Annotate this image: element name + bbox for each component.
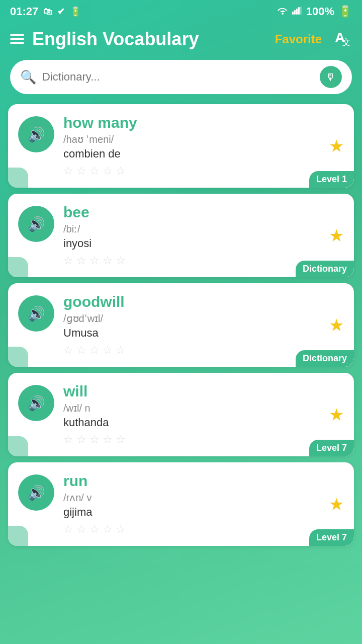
favorite-star[interactable]: ★ xyxy=(329,494,344,514)
word-card: 🔊 bee /biː/ inyosi ☆☆☆☆☆ ★ Dictionary xyxy=(8,194,354,277)
star-3[interactable]: ☆ xyxy=(89,523,100,536)
search-icon: 🔍 xyxy=(20,69,36,85)
star-5[interactable]: ☆ xyxy=(116,523,126,536)
card-content: run /rʌn/ v gijima ☆☆☆☆☆ xyxy=(63,472,320,536)
word-list: 🔊 how many /haʊ ˈmeni/ combien de ☆☆☆☆☆ … xyxy=(0,104,362,556)
star-rating: ☆☆☆☆☆ xyxy=(63,523,320,536)
star-4[interactable]: ☆ xyxy=(103,344,113,357)
search-bar: 🔍 🎙 xyxy=(10,60,352,94)
star-5[interactable]: ☆ xyxy=(116,254,126,267)
star-3[interactable]: ☆ xyxy=(89,433,100,446)
svg-rect-4 xyxy=(300,7,302,15)
status-bar: 01:27 🛍 ✔ 🔋 100% 🔋 xyxy=(0,0,362,23)
hamburger-menu[interactable] xyxy=(10,34,24,44)
star-1[interactable]: ☆ xyxy=(63,523,73,536)
word-phonetic: /rʌn/ v xyxy=(63,492,320,504)
card-accent xyxy=(8,168,28,188)
star-5[interactable]: ☆ xyxy=(116,165,126,178)
app-title: English Vocabulary xyxy=(32,29,267,50)
status-left: 01:27 🛍 ✔ 🔋 xyxy=(10,5,81,18)
favorite-star[interactable]: ★ xyxy=(329,405,344,425)
favorite-star[interactable]: ★ xyxy=(329,315,344,335)
word-card: 🔊 how many /haʊ ˈmeni/ combien de ☆☆☆☆☆ … xyxy=(8,104,354,188)
star-5[interactable]: ☆ xyxy=(116,344,126,357)
star-3[interactable]: ☆ xyxy=(89,344,100,357)
star-4[interactable]: ☆ xyxy=(103,254,113,267)
search-input[interactable] xyxy=(42,70,314,84)
card-accent xyxy=(8,436,28,456)
sound-button[interactable]: 🔊 xyxy=(18,474,54,511)
svg-rect-2 xyxy=(296,9,298,15)
star-2[interactable]: ☆ xyxy=(76,165,86,178)
svg-rect-3 xyxy=(298,7,300,15)
word-translation: kuthanda xyxy=(63,416,320,429)
word-title: bee xyxy=(63,204,320,221)
favorite-button[interactable]: Favorite xyxy=(275,32,322,46)
star-rating: ☆☆☆☆☆ xyxy=(63,344,320,357)
battery-full-icon: 🔋 xyxy=(338,5,352,18)
star-4[interactable]: ☆ xyxy=(103,433,113,446)
sound-button[interactable]: 🔊 xyxy=(18,116,54,152)
card-content: bee /biː/ inyosi ☆☆☆☆☆ xyxy=(63,204,320,267)
svg-text:文: 文 xyxy=(342,37,351,46)
level-badge: Level 1 xyxy=(309,171,354,188)
word-translation: gijima xyxy=(63,506,320,519)
word-phonetic: /biː/ xyxy=(63,223,320,235)
favorite-star[interactable]: ★ xyxy=(329,136,344,156)
card-accent xyxy=(8,257,28,277)
star-2[interactable]: ☆ xyxy=(76,344,86,357)
card-content: will /wɪl/ n kuthanda ☆☆☆☆☆ xyxy=(63,383,320,446)
card-content: goodwill /ɡʊdˈwɪl/ Umusa ☆☆☆☆☆ xyxy=(63,293,320,357)
word-phonetic: /ɡʊdˈwɪl/ xyxy=(63,312,320,325)
word-card: 🔊 goodwill /ɡʊdˈwɪl/ Umusa ☆☆☆☆☆ ★ Dicti… xyxy=(8,283,354,367)
search-container: 🔍 🎙 xyxy=(0,60,362,104)
star-1[interactable]: ☆ xyxy=(63,433,73,446)
star-1[interactable]: ☆ xyxy=(63,344,73,357)
check-icon: ✔ xyxy=(57,6,65,17)
word-title: run xyxy=(63,472,320,490)
favorite-star[interactable]: ★ xyxy=(329,225,344,246)
word-phonetic: /wɪl/ n xyxy=(63,402,320,414)
mic-button[interactable]: 🎙 xyxy=(320,66,342,88)
card-content: how many /haʊ ˈmeni/ combien de ☆☆☆☆☆ xyxy=(63,114,320,178)
star-4[interactable]: ☆ xyxy=(103,523,113,536)
star-1[interactable]: ☆ xyxy=(63,165,73,178)
star-rating: ☆☆☆☆☆ xyxy=(63,433,320,446)
sound-button[interactable]: 🔊 xyxy=(18,295,54,332)
star-rating: ☆☆☆☆☆ xyxy=(63,165,320,178)
star-2[interactable]: ☆ xyxy=(76,254,86,267)
signal-icon xyxy=(292,7,302,17)
star-2[interactable]: ☆ xyxy=(76,433,86,446)
level-badge: Level 7 xyxy=(309,529,354,546)
wifi-icon xyxy=(277,7,288,17)
star-1[interactable]: ☆ xyxy=(63,254,73,267)
word-title: goodwill xyxy=(63,293,320,310)
level-badge: Dictionary xyxy=(296,350,354,367)
bag-icon: 🛍 xyxy=(43,7,52,17)
word-card: 🔊 run /rʌn/ v gijima ☆☆☆☆☆ ★ Level 7 xyxy=(8,462,354,546)
battery-percent: 100% xyxy=(306,5,334,18)
battery-icon: 🔋 xyxy=(70,6,81,17)
sound-button[interactable]: 🔊 xyxy=(18,385,54,421)
star-3[interactable]: ☆ xyxy=(89,254,100,267)
word-title: will xyxy=(63,383,320,400)
word-card: 🔊 will /wɪl/ n kuthanda ☆☆☆☆☆ ★ Level 7 xyxy=(8,373,354,456)
card-accent xyxy=(8,526,28,546)
star-4[interactable]: ☆ xyxy=(103,165,113,178)
word-title: how many xyxy=(63,114,320,131)
level-badge: Dictionary xyxy=(296,261,354,277)
svg-rect-0 xyxy=(292,12,294,15)
status-right: 100% 🔋 xyxy=(277,5,352,18)
card-accent xyxy=(8,347,28,367)
star-3[interactable]: ☆ xyxy=(89,165,100,178)
star-rating: ☆☆☆☆☆ xyxy=(63,254,320,267)
word-translation: Umusa xyxy=(63,327,320,340)
star-2[interactable]: ☆ xyxy=(76,523,86,536)
word-translation: combien de xyxy=(63,147,320,160)
sound-button[interactable]: 🔊 xyxy=(18,206,54,242)
time-display: 01:27 xyxy=(10,5,38,18)
app-header: English Vocabulary Favorite A 文 xyxy=(0,23,362,60)
level-badge: Level 7 xyxy=(309,440,354,456)
translate-icon[interactable]: A 文 xyxy=(334,28,352,50)
star-5[interactable]: ☆ xyxy=(116,433,126,446)
